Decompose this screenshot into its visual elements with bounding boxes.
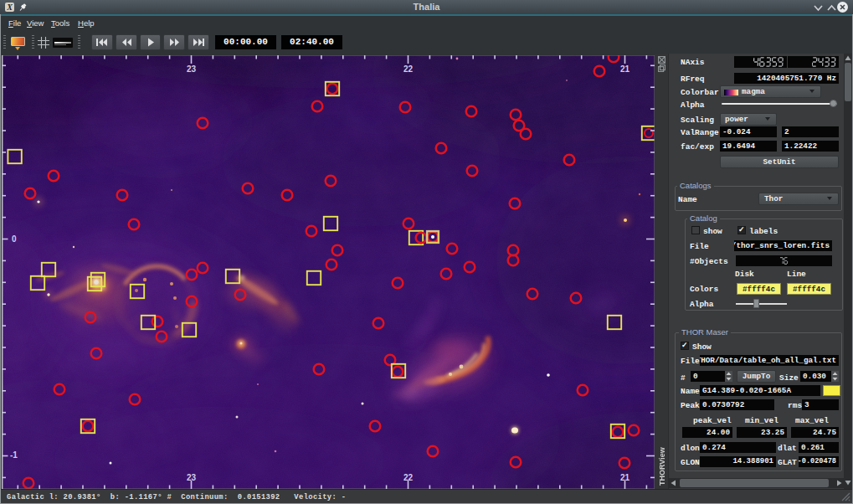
- svg-text:0: 0: [12, 234, 17, 244]
- svg-text:-1: -1: [10, 450, 18, 460]
- svg-text:22: 22: [403, 64, 414, 74]
- svg-text:21: 21: [620, 64, 630, 74]
- svg-text:23: 23: [187, 64, 197, 74]
- svg-text:22: 22: [403, 473, 414, 482]
- svg-text:23: 23: [187, 473, 197, 482]
- svg-text:21: 21: [620, 473, 630, 482]
